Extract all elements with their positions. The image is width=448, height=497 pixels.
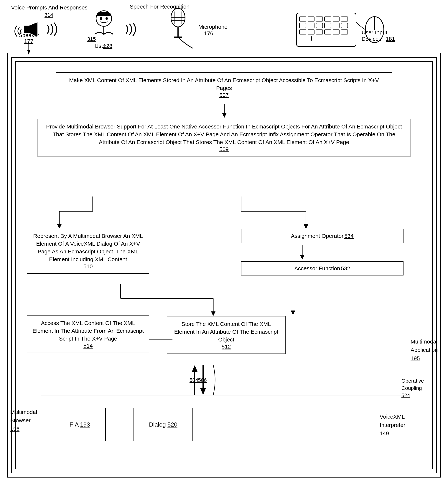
box-514-text: Access The XML Content Of The XML Elemen… — [32, 319, 144, 342]
svg-rect-39 — [324, 30, 331, 34]
svg-rect-24 — [300, 17, 306, 21]
box-510-num: 510 — [32, 263, 144, 270]
svg-rect-32 — [316, 23, 323, 28]
svg-text:User Input: User Input — [362, 29, 387, 35]
box-534: Assignment Operator 534 — [241, 229, 403, 243]
svg-marker-65 — [211, 311, 215, 316]
box-510-text: Represent By A Multimodal Browser An XML… — [32, 232, 144, 263]
svg-rect-41 — [341, 30, 348, 34]
svg-marker-59 — [300, 255, 304, 260]
svg-text:Devices: Devices — [362, 36, 382, 42]
box-534-text: Assignment Operator — [291, 233, 343, 239]
svg-rect-34 — [333, 23, 339, 28]
box-510: Represent By A Multimodal Browser An XML… — [27, 228, 149, 274]
box-507-text: Make XML Content Of XML Elements Stored … — [64, 76, 384, 92]
svg-text:504: 504 — [190, 377, 198, 383]
box-509-text: Provide Multimodal Browser Support For A… — [45, 123, 403, 146]
arrow-534-532 — [297, 245, 308, 261]
multimodal-app-label: MultimodalApplication 195 — [411, 337, 438, 362]
svg-text:128: 128 — [103, 43, 112, 49]
svg-text:181: 181 — [386, 36, 395, 42]
svg-marker-75 — [27, 50, 30, 55]
diagram-container: Voice Prompts And Responses Speech For R… — [0, 0, 448, 497]
svg-rect-29 — [341, 17, 348, 21]
svg-marker-57 — [304, 224, 308, 229]
multimodal-browser-label: MultimodalBrowser 196 — [10, 408, 37, 433]
box-534-num: 534 — [344, 233, 354, 239]
svg-text:Microphone: Microphone — [198, 24, 227, 30]
fia-text: FIA 193 — [69, 421, 90, 428]
svg-rect-33 — [324, 23, 331, 28]
svg-rect-30 — [300, 23, 306, 28]
box-532-num: 532 — [341, 265, 350, 271]
svg-marker-68 — [192, 365, 197, 372]
arrow-532-512 — [288, 278, 299, 317]
svg-rect-42 — [312, 36, 341, 41]
box-dialog: Dialog 520 — [133, 408, 193, 441]
arrows-504-506: 504 506 — [176, 363, 223, 397]
svg-text:506: 506 — [198, 377, 207, 383]
svg-rect-38 — [316, 30, 323, 34]
box-514-num: 514 — [32, 342, 144, 349]
arrow-509-534 — [204, 197, 334, 233]
box-532-text: Accessor Function — [294, 265, 340, 271]
svg-rect-36 — [300, 30, 306, 34]
svg-rect-26 — [316, 17, 323, 21]
svg-rect-31 — [308, 23, 314, 28]
box-512: Store The XML Content Of The XML Element… — [167, 316, 286, 354]
dialog-text: Dialog 520 — [149, 421, 177, 428]
box-512-text: Store The XML Content Of The XML Element… — [172, 320, 281, 343]
box-507: Make XML Content Of XML Elements Stored … — [56, 72, 392, 102]
svg-rect-40 — [333, 30, 339, 34]
box-514: Access The XML Content Of The XML Elemen… — [27, 315, 149, 353]
voicexml-interpreter-label: VoiceXMLInterpreter 149 — [380, 412, 405, 437]
svg-rect-28 — [333, 17, 339, 21]
top-icons-svg: Speaker 177 314 315 User 128 — [0, 0, 448, 56]
svg-rect-25 — [308, 17, 314, 21]
svg-rect-35 — [341, 23, 348, 28]
svg-rect-0 — [24, 26, 29, 33]
arrow-507-509 — [219, 104, 230, 119]
svg-text:Speaker: Speaker — [18, 32, 39, 38]
box-512-num: 512 — [172, 343, 281, 350]
svg-text:314: 314 — [45, 12, 53, 18]
svg-marker-49 — [222, 113, 227, 118]
box-509-num: 509 — [45, 146, 403, 152]
box-507-num: 507 — [64, 92, 384, 98]
svg-rect-27 — [324, 17, 331, 21]
box-fia: FIA 193 — [54, 408, 106, 441]
svg-text:315: 315 — [87, 36, 96, 42]
svg-marker-70 — [200, 388, 206, 395]
arrow-speaker-down — [27, 41, 31, 56]
svg-text:176: 176 — [204, 30, 213, 36]
svg-point-7 — [106, 17, 108, 20]
box-532: Accessor Function 532 — [241, 261, 403, 276]
box-509: Provide Multimodal Browser Support For A… — [37, 119, 411, 156]
svg-point-6 — [100, 17, 102, 20]
svg-rect-37 — [308, 30, 314, 34]
svg-marker-61 — [291, 311, 295, 315]
